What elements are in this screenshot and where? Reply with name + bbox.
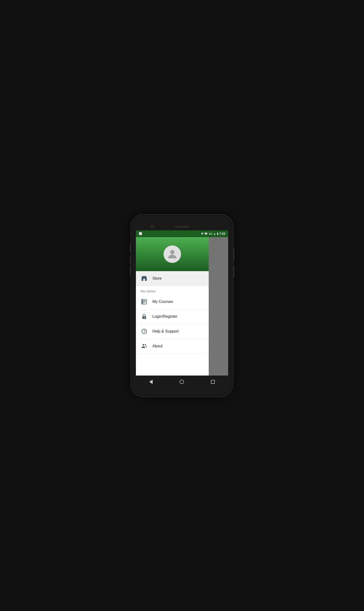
- front-camera: [150, 225, 154, 228]
- sidebar-item-help-support[interactable]: ? Help & Support: [136, 324, 209, 339]
- lock-icon: [141, 313, 148, 320]
- signal-4g-icon: 4G: [209, 232, 212, 235]
- status-bar: ⬜ ✱ ☎ 4G ▲ ▮ 7:23: [136, 230, 228, 237]
- store-svg: [141, 275, 147, 282]
- phone-icon: ☎: [204, 232, 208, 235]
- clock: 7:23: [219, 232, 225, 236]
- phone-top-bar: [136, 223, 228, 230]
- help-icon: ?: [141, 328, 148, 335]
- about-svg: [141, 343, 147, 349]
- back-button[interactable]: [144, 378, 157, 386]
- signal-strength-icon: ▲: [213, 232, 216, 235]
- sidebar-item-login-register[interactable]: Login/Register: [136, 309, 209, 324]
- avatar: [164, 245, 181, 263]
- menu-section: Store My Library: [136, 271, 209, 375]
- svg-rect-8: [142, 299, 143, 305]
- courses-icon: [141, 298, 148, 305]
- store-label: Store: [152, 276, 162, 281]
- home-icon: [180, 380, 184, 384]
- section-header-my-library: My Library: [136, 286, 209, 294]
- recent-apps-button[interactable]: [206, 378, 220, 386]
- phone-screen: ⬜ ✱ ☎ 4G ▲ ▮ 7:23: [136, 223, 228, 388]
- earpiece-speaker: [175, 226, 189, 228]
- svg-rect-3: [143, 279, 145, 281]
- screen: ⬜ ✱ ☎ 4G ▲ ▮ 7:23: [136, 230, 228, 375]
- bluetooth-icon: ✱: [201, 232, 203, 235]
- svg-rect-2: [142, 276, 146, 277]
- home-button[interactable]: [175, 378, 189, 386]
- login-register-label: Login/Register: [152, 314, 177, 319]
- about-label: About: [152, 344, 163, 348]
- phone-device: ⬜ ✱ ☎ 4G ▲ ▮ 7:23: [131, 215, 233, 397]
- user-avatar-icon: [166, 248, 179, 260]
- about-icon: [141, 343, 148, 350]
- svg-point-14: [143, 344, 144, 346]
- drawer-header: [136, 237, 209, 271]
- recent-apps-icon: [211, 380, 215, 384]
- status-left: ⬜: [139, 232, 142, 235]
- svg-rect-7: [143, 303, 145, 303]
- lock-svg: [141, 313, 147, 320]
- svg-rect-5: [143, 300, 146, 301]
- sidebar-item-my-courses[interactable]: My Courses: [136, 294, 209, 309]
- svg-point-15: [145, 344, 146, 345]
- screen-mirror-icon: ⬜: [139, 232, 142, 235]
- bottom-nav-bar: [136, 375, 228, 388]
- back-icon: [149, 380, 153, 384]
- svg-rect-6: [143, 301, 146, 302]
- courses-svg: [141, 299, 147, 305]
- svg-rect-11: [144, 318, 144, 318]
- help-support-label: Help & Support: [152, 329, 179, 333]
- svg-point-0: [170, 250, 174, 254]
- navigation-drawer: Store My Library: [136, 237, 209, 375]
- overlay-dim[interactable]: [209, 237, 228, 375]
- sidebar-item-store[interactable]: Store: [136, 271, 209, 286]
- help-svg: ?: [141, 328, 147, 334]
- store-icon: [141, 275, 148, 282]
- app-screen: Store My Library: [136, 237, 228, 375]
- svg-text:?: ?: [143, 329, 146, 333]
- status-right: ✱ ☎ 4G ▲ ▮ 7:23: [201, 232, 225, 236]
- my-courses-label: My Courses: [152, 300, 173, 304]
- battery-icon: ▮: [217, 232, 218, 235]
- sidebar-item-about[interactable]: About: [136, 339, 209, 354]
